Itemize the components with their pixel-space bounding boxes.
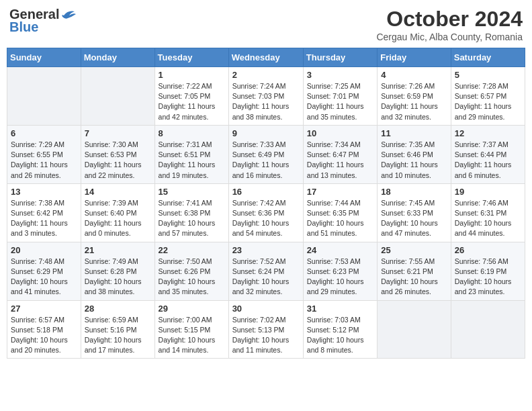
day-header-thursday: Thursday [303,48,377,67]
day-info: Sunrise: 7:38 AM Sunset: 6:42 PM Dayligh… [11,198,77,239]
day-number: 7 [85,128,151,138]
day-info: Sunrise: 7:22 AM Sunset: 7:05 PM Dayligh… [159,81,225,122]
day-info: Sunrise: 7:37 AM Sunset: 6:44 PM Dayligh… [455,140,521,181]
day-number: 23 [232,245,300,255]
day-number: 14 [85,187,151,197]
day-info: Sunrise: 7:42 AM Sunset: 6:36 PM Dayligh… [232,198,300,239]
calendar-cell: 4Sunrise: 7:26 AM Sunset: 6:59 PM Daylig… [378,67,451,126]
logo: General Blue [9,7,76,35]
page-header: General Blue October 2024 Cergau Mic, Al… [7,7,525,42]
calendar-cell: 25Sunrise: 7:55 AM Sunset: 6:21 PM Dayli… [378,242,451,300]
day-info: Sunrise: 7:35 AM Sunset: 6:46 PM Dayligh… [381,140,447,181]
day-info: Sunrise: 6:57 AM Sunset: 5:18 PM Dayligh… [11,315,77,356]
day-info: Sunrise: 7:39 AM Sunset: 6:40 PM Dayligh… [85,198,151,239]
day-number: 2 [232,70,300,80]
day-number: 20 [11,245,77,255]
day-number: 8 [159,128,225,138]
calendar-cell: 15Sunrise: 7:41 AM Sunset: 6:38 PM Dayli… [154,183,228,242]
calendar-cell: 19Sunrise: 7:46 AM Sunset: 6:31 PM Dayli… [451,183,525,242]
day-number: 15 [159,187,225,197]
day-info: Sunrise: 7:53 AM Sunset: 6:23 PM Dayligh… [307,257,373,298]
day-info: Sunrise: 6:59 AM Sunset: 5:16 PM Dayligh… [85,315,151,356]
week-row-5: 27Sunrise: 6:57 AM Sunset: 5:18 PM Dayli… [7,300,525,359]
calendar-cell: 14Sunrise: 7:39 AM Sunset: 6:40 PM Dayli… [81,183,154,242]
day-number: 24 [307,245,373,255]
calendar-cell: 11Sunrise: 7:35 AM Sunset: 6:46 PM Dayli… [378,125,451,183]
day-info: Sunrise: 7:25 AM Sunset: 7:01 PM Dayligh… [307,81,373,122]
day-number: 29 [159,304,225,314]
calendar-cell: 1Sunrise: 7:22 AM Sunset: 7:05 PM Daylig… [154,67,228,126]
day-number: 16 [232,187,300,197]
day-info: Sunrise: 7:00 AM Sunset: 5:15 PM Dayligh… [159,315,225,356]
day-number: 22 [159,245,225,255]
day-info: Sunrise: 7:44 AM Sunset: 6:35 PM Dayligh… [307,198,373,239]
calendar-cell: 23Sunrise: 7:52 AM Sunset: 6:24 PM Dayli… [228,242,303,300]
calendar-cell: 21Sunrise: 7:49 AM Sunset: 6:28 PM Dayli… [81,242,154,300]
day-info: Sunrise: 7:28 AM Sunset: 6:57 PM Dayligh… [455,81,521,122]
day-header-monday: Monday [81,48,154,67]
day-number: 3 [307,70,373,80]
calendar-cell [451,300,525,359]
title-area: October 2024 Cergau Mic, Alba County, Ro… [376,7,523,42]
day-info: Sunrise: 7:41 AM Sunset: 6:38 PM Dayligh… [159,198,225,239]
day-number: 27 [11,304,77,314]
calendar-table: SundayMondayTuesdayWednesdayThursdayFrid… [7,48,525,359]
calendar-cell: 16Sunrise: 7:42 AM Sunset: 6:36 PM Dayli… [228,183,303,242]
day-info: Sunrise: 7:46 AM Sunset: 6:31 PM Dayligh… [455,198,521,239]
day-info: Sunrise: 7:26 AM Sunset: 6:59 PM Dayligh… [381,81,447,122]
day-number: 10 [307,128,373,138]
calendar-cell: 28Sunrise: 6:59 AM Sunset: 5:16 PM Dayli… [81,300,154,359]
day-number: 25 [381,245,447,255]
calendar-cell: 5Sunrise: 7:28 AM Sunset: 6:57 PM Daylig… [451,67,525,126]
calendar-cell: 9Sunrise: 7:33 AM Sunset: 6:49 PM Daylig… [228,125,303,183]
day-info: Sunrise: 7:30 AM Sunset: 6:53 PM Dayligh… [85,140,151,181]
logo-blue-text: Blue [9,19,38,35]
day-number: 9 [232,128,300,138]
month-title: October 2024 [376,7,523,32]
day-info: Sunrise: 7:55 AM Sunset: 6:21 PM Dayligh… [381,257,447,298]
day-number: 26 [455,245,521,255]
day-header-sunday: Sunday [7,48,81,67]
calendar-cell [81,67,154,126]
day-number: 18 [381,187,447,197]
calendar-cell: 8Sunrise: 7:31 AM Sunset: 6:51 PM Daylig… [154,125,228,183]
day-header-tuesday: Tuesday [154,48,228,67]
location-text: Cergau Mic, Alba County, Romania [376,32,523,42]
day-number: 5 [455,70,521,80]
calendar-cell: 22Sunrise: 7:50 AM Sunset: 6:26 PM Dayli… [154,242,228,300]
day-header-wednesday: Wednesday [228,48,303,67]
calendar-cell: 24Sunrise: 7:53 AM Sunset: 6:23 PM Dayli… [303,242,377,300]
day-info: Sunrise: 7:45 AM Sunset: 6:33 PM Dayligh… [381,198,447,239]
calendar-cell: 31Sunrise: 7:03 AM Sunset: 5:12 PM Dayli… [303,300,377,359]
day-number: 13 [11,187,77,197]
day-info: Sunrise: 7:29 AM Sunset: 6:55 PM Dayligh… [11,140,77,181]
calendar-cell: 18Sunrise: 7:45 AM Sunset: 6:33 PM Dayli… [378,183,451,242]
calendar-cell [378,300,451,359]
calendar-cell: 20Sunrise: 7:48 AM Sunset: 6:29 PM Dayli… [7,242,81,300]
calendar-cell: 13Sunrise: 7:38 AM Sunset: 6:42 PM Dayli… [7,183,81,242]
day-info: Sunrise: 7:34 AM Sunset: 6:47 PM Dayligh… [307,140,373,181]
day-number: 19 [455,187,521,197]
calendar-cell: 30Sunrise: 7:02 AM Sunset: 5:13 PM Dayli… [228,300,303,359]
day-number: 6 [11,128,77,138]
calendar-cell: 26Sunrise: 7:56 AM Sunset: 6:19 PM Dayli… [451,242,525,300]
day-header-saturday: Saturday [451,48,525,67]
day-info: Sunrise: 7:33 AM Sunset: 6:49 PM Dayligh… [232,140,300,181]
calendar-cell: 10Sunrise: 7:34 AM Sunset: 6:47 PM Dayli… [303,125,377,183]
calendar-cell: 17Sunrise: 7:44 AM Sunset: 6:35 PM Dayli… [303,183,377,242]
week-row-1: 1Sunrise: 7:22 AM Sunset: 7:05 PM Daylig… [7,67,525,126]
day-number: 12 [455,128,521,138]
day-number: 11 [381,128,447,138]
calendar-cell: 27Sunrise: 6:57 AM Sunset: 5:18 PM Dayli… [7,300,81,359]
calendar-cell: 3Sunrise: 7:25 AM Sunset: 7:01 PM Daylig… [303,67,377,126]
week-row-2: 6Sunrise: 7:29 AM Sunset: 6:55 PM Daylig… [7,125,525,183]
day-info: Sunrise: 7:49 AM Sunset: 6:28 PM Dayligh… [85,257,151,298]
week-row-3: 13Sunrise: 7:38 AM Sunset: 6:42 PM Dayli… [7,183,525,242]
calendar-cell: 2Sunrise: 7:24 AM Sunset: 7:03 PM Daylig… [228,67,303,126]
week-row-4: 20Sunrise: 7:48 AM Sunset: 6:29 PM Dayli… [7,242,525,300]
day-number: 28 [85,304,151,314]
day-number: 1 [159,70,225,80]
day-number: 17 [307,187,373,197]
day-number: 30 [232,304,300,314]
day-info: Sunrise: 7:24 AM Sunset: 7:03 PM Dayligh… [232,81,300,122]
